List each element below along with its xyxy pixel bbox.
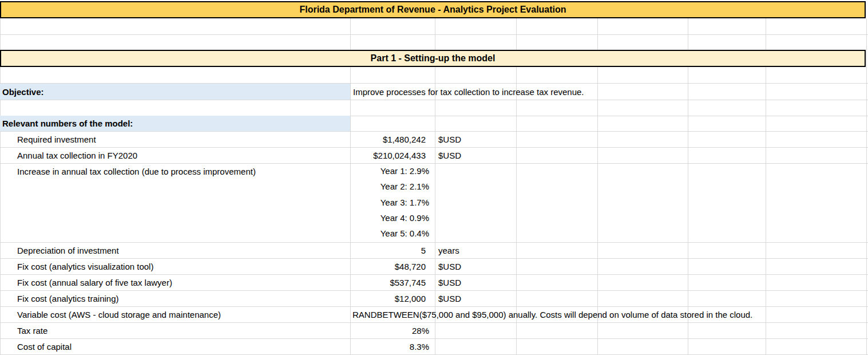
gridline-horizontal <box>0 34 868 35</box>
table-row: Increase in annual tax collection (due t… <box>0 163 868 179</box>
cell-tax-rate-value[interactable]: 28% <box>350 326 431 336</box>
cell-relevant-numbers-label[interactable]: Relevant numbers of the model: <box>0 116 350 131</box>
cell-variable-cost-label[interactable]: Variable cost (AWS - cloud storage and m… <box>17 310 221 320</box>
cell-required-investment-unit[interactable]: $USD <box>438 135 461 144</box>
objective-row: Improve processes for tax collection to … <box>0 84 868 100</box>
spreadsheet-canvas: Florida Department of Revenue - Analytic… <box>0 0 868 355</box>
cell-fix-cost-visualization-unit[interactable]: $USD <box>438 262 461 271</box>
table-row: Tax rate 28% <box>0 322 868 338</box>
table-row: Cost of capital 8.3% <box>0 338 868 354</box>
cell-fix-cost-salary-value[interactable]: $537,745 <box>350 278 431 287</box>
title-banner-text: Florida Department of Revenue - Analytic… <box>299 5 566 15</box>
gridline-horizontal <box>0 100 868 100</box>
part1-banner-text: Part 1 - Setting-up the model <box>371 53 496 64</box>
cell-depreciation-label[interactable]: Depreciation of investment <box>17 246 119 255</box>
cell-fix-cost-training-unit[interactable]: $USD <box>438 294 461 303</box>
cell-tax-rate-label[interactable]: Tax rate <box>17 326 47 336</box>
cell-increase-year-4[interactable]: Year 4: 0.9% <box>350 213 429 223</box>
cell-increase-year-1[interactable]: Year 1: 2.9% <box>350 166 429 176</box>
cell-annual-tax-collection-unit[interactable]: $USD <box>438 151 461 160</box>
cell-depreciation-unit[interactable]: years <box>438 246 459 255</box>
cell-cost-of-capital-value[interactable]: 8.3% <box>350 342 431 352</box>
title-banner[interactable]: Florida Department of Revenue - Analytic… <box>0 1 866 18</box>
table-row: Depreciation of investment 5 years <box>0 242 868 258</box>
table-row: Fix cost (annual salary of five tax lawy… <box>0 274 868 290</box>
table-row: Fix cost (analytics visualization tool) … <box>0 258 868 274</box>
part1-banner[interactable]: Part 1 - Setting-up the model <box>0 50 866 67</box>
cell-required-investment-label[interactable]: Required investment <box>17 135 96 144</box>
cell-fix-cost-salary-label[interactable]: Fix cost (annual salary of five tax lawy… <box>17 278 172 287</box>
increase-year-values: Year 1: 2.9% Year 2: 2.1% Year 3: 1.7% Y… <box>350 163 431 242</box>
cell-increase-label[interactable]: Increase in annual tax collection (due t… <box>17 167 256 176</box>
cell-cost-of-capital-label[interactable]: Cost of capital <box>17 342 72 352</box>
cell-fix-cost-training-label[interactable]: Fix cost (analytics training) <box>17 294 119 303</box>
cell-fix-cost-salary-unit[interactable]: $USD <box>438 278 461 287</box>
cell-annual-tax-collection-label[interactable]: Annual tax collection in FY2020 <box>17 151 137 160</box>
cell-variable-cost-value[interactable]: RANDBETWEEN($75,000 and $95,000) anually… <box>352 310 752 320</box>
cell-required-investment-value[interactable]: $1,480,242 <box>350 135 431 144</box>
cell-increase-year-3[interactable]: Year 3: 1.7% <box>350 198 429 207</box>
cell-increase-year-2[interactable]: Year 2: 2.1% <box>350 182 429 191</box>
table-row: Variable cost (AWS - cloud storage and m… <box>0 306 868 322</box>
cell-fix-cost-training-value[interactable]: $12,000 <box>350 294 431 303</box>
cell-depreciation-value[interactable]: 5 <box>350 246 431 255</box>
table-row: Required investment $1,480,242 $USD <box>0 131 868 147</box>
table-row: Fix cost (analytics training) $12,000 $U… <box>0 290 868 306</box>
cell-fix-cost-visualization-label[interactable]: Fix cost (analytics visualization tool) <box>17 262 153 271</box>
cell-objective-value[interactable]: Improve processes for tax collection to … <box>353 87 584 97</box>
cell-fix-cost-visualization-value[interactable]: $48,720 <box>350 262 431 271</box>
table-row: Annual tax collection in FY2020 $210,024… <box>0 147 868 163</box>
cell-annual-tax-collection-value[interactable]: $210,024,433 <box>350 151 431 160</box>
cell-increase-year-5[interactable]: Year 5: 0.4% <box>350 228 429 238</box>
